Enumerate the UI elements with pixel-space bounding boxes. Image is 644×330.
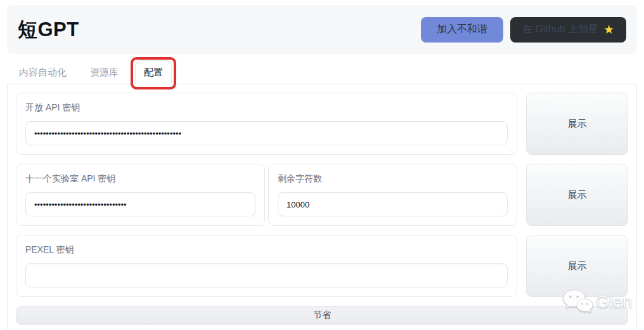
show-openai-key-button[interactable]: 展示 [526,93,628,155]
remaining-characters-input[interactable] [278,192,508,216]
elevenlabs-row-main: 十一个实验室 API 密钥 剩余字符数 [16,164,517,226]
header-actions: 加入不和谐 在 Github 上加星 ★ [421,17,626,43]
openai-key-label: 开放 API 密钥 [25,102,508,114]
openai-key-input[interactable] [25,121,508,145]
pexels-key-label: PEXEL 密钥 [25,244,508,256]
star-icon: ★ [603,23,614,36]
pexels-key-row-main: PEXEL 密钥 [16,235,517,297]
remaining-characters-group: 剩余字符数 [268,164,517,226]
elevenlabs-key-label: 十一个实验室 API 密钥 [25,173,255,185]
pexels-key-group: PEXEL 密钥 [16,235,517,297]
openai-key-row-main: 开放 API 密钥 [16,93,517,155]
openai-key-row: 开放 API 密钥 展示 [16,93,628,155]
show-elevenlabs-key-button[interactable]: 展示 [526,164,628,226]
tab-resource-library[interactable]: 资源库 [83,60,126,84]
openai-key-group: 开放 API 密钥 [16,93,517,155]
app-header: 短GPT 加入不和谐 在 Github 上加星 ★ [7,5,637,54]
github-star-button[interactable]: 在 Github 上加星 ★ [510,17,626,43]
tab-settings-label: 配置 [144,67,163,77]
pexels-key-row: PEXEL 密钥 展示 [16,235,628,297]
tab-bar: 内容自动化 资源库 配置 [7,60,637,84]
elevenlabs-key-group: 十一个实验室 API 密钥 [16,164,265,226]
join-discord-button[interactable]: 加入不和谐 [421,17,503,43]
page: 短GPT 加入不和谐 在 Github 上加星 ★ 内容自动化 资源库 配置 开… [0,0,644,330]
elevenlabs-key-input[interactable] [25,192,255,216]
page-title: 短GPT [18,16,79,43]
pexels-key-input[interactable] [25,263,508,287]
github-star-button-label: 在 Github 上加星 [522,23,598,36]
show-pexels-key-button[interactable]: 展示 [526,235,628,297]
save-button[interactable]: 节省 [16,306,628,325]
tab-settings[interactable]: 配置 [135,60,172,84]
remaining-characters-label: 剩余字符数 [278,173,508,185]
tab-content-automation[interactable]: 内容自动化 [12,60,74,84]
settings-panel: 开放 API 密钥 展示 十一个实验室 API 密钥 剩余字符数 展示 [7,84,637,330]
elevenlabs-row: 十一个实验室 API 密钥 剩余字符数 展示 [16,164,628,226]
